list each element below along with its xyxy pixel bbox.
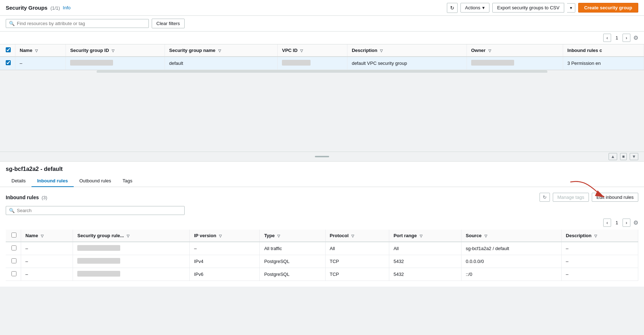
inbound-row-checkbox[interactable] [11, 271, 16, 276]
inbound-cell-name: – [21, 242, 73, 255]
inbound-col-port-range[interactable]: Port range ▽ [389, 230, 461, 242]
inbound-refresh-button[interactable]: ↻ [540, 193, 550, 202]
select-all-header[interactable] [0, 44, 15, 57]
inbound-table-row[interactable]: – – All traffic All All sg-bcf1a2a2 / de… [6, 242, 638, 255]
empty-space [0, 73, 644, 152]
panel-split-button[interactable]: ■ [620, 153, 627, 160]
clear-filters-button[interactable]: Clear filters [152, 19, 185, 28]
desc-sort-icon: ▽ [380, 49, 383, 53]
col-vpc-id[interactable]: VPC ID ▽ [278, 44, 347, 57]
inbound-header: Inbound rules (3) ↻ Manage tags [6, 193, 638, 202]
export-button[interactable]: Export security groups to CSV [492, 3, 564, 13]
inbound-search-input[interactable] [17, 208, 181, 213]
inbound-prev-page[interactable]: ‹ [603, 219, 611, 227]
tab-outbound-rules[interactable]: Outbound rules [74, 175, 117, 187]
inbound-cell-description: – [561, 255, 638, 268]
inbound-table-settings[interactable]: ⚙ [633, 219, 638, 226]
inbound-ipver-sort: ▽ [219, 234, 222, 238]
panel-expand-top-button[interactable]: ▲ [609, 153, 617, 160]
inbound-section: Inbound rules (3) ↻ Manage tags [0, 187, 644, 287]
splitter[interactable]: ▲ ■ ▼ [0, 152, 644, 162]
sub-pagination: ‹ 1 › ⚙ [6, 219, 638, 227]
inbound-type-sort: ▽ [277, 234, 280, 238]
search-icon: 🔍 [9, 21, 15, 26]
top-toolbar: Security Groups (1/1) Info ↻ Actions ▾ E… [0, 0, 644, 16]
row-checkbox[interactable] [6, 60, 11, 65]
export-caret-button[interactable]: ▾ [567, 3, 575, 13]
col-inbound: Inbound rules c [563, 44, 644, 57]
cell-name: – [15, 57, 66, 70]
inbound-col-sg-rule-id[interactable]: Security group rule... ▽ [73, 230, 190, 242]
h-scrollbar[interactable] [0, 70, 644, 73]
col-sg-name[interactable]: Security group name ▽ [165, 44, 277, 57]
inbound-select-all[interactable] [11, 233, 16, 238]
tab-details[interactable]: Details [6, 175, 31, 187]
inbound-cell-protocol: TCP [325, 255, 389, 268]
inbound-search-box: 🔍 [6, 206, 185, 215]
select-all-checkbox[interactable] [6, 47, 11, 52]
col-description[interactable]: Description ▽ [347, 44, 467, 57]
inbound-table-row[interactable]: – IPv6 PostgreSQL TCP 5432 ::/0 – [6, 268, 638, 281]
prev-page-button[interactable]: ‹ [603, 34, 611, 42]
actions-button[interactable]: Actions ▾ [460, 3, 490, 13]
inbound-row-checkbox-cell [6, 268, 21, 281]
create-security-group-button[interactable]: Create security group [578, 3, 638, 13]
inbound-col-type[interactable]: Type ▽ [260, 230, 325, 242]
cell-description: default VPC security group [347, 57, 467, 70]
pagination-area: ‹ 1 › ⚙ [0, 32, 644, 44]
inbound-table-row[interactable]: – IPv4 PostgreSQL TCP 5432 0.0.0.0/0 – [6, 255, 638, 268]
panel-expand-bottom-button[interactable]: ▼ [630, 153, 638, 160]
inbound-actions: ↻ Manage tags Edit inbound rules [540, 193, 638, 202]
vpcid-sort-icon: ▽ [300, 49, 303, 53]
inbound-col-description[interactable]: Description ▽ [561, 230, 638, 242]
inbound-cell-source: ::/0 [461, 268, 561, 281]
col-owner[interactable]: Owner ▽ [467, 44, 563, 57]
inbound-cell-source: sg-bcf1a2a2 / default [461, 242, 561, 255]
tabs: Details Inbound rules Outbound rules Tag… [0, 175, 644, 187]
inbound-row-checkbox-cell [6, 255, 21, 268]
inbound-cell-description: – [561, 268, 638, 281]
inbound-col-ip-version[interactable]: IP version ▽ [190, 230, 260, 242]
inbound-col-name[interactable]: Name ▽ [21, 230, 73, 242]
col-sg-id[interactable]: Security group ID ▽ [66, 44, 165, 57]
inbound-pagination-controls: ‹ 1 › [603, 219, 630, 227]
tab-inbound-rules[interactable]: Inbound rules [31, 175, 74, 187]
splitter-handle [315, 156, 329, 157]
splitter-icons: ▲ ■ ▼ [609, 153, 638, 160]
inbound-cell-ip-version: IPv4 [190, 255, 260, 268]
inbound-page-number: 1 [613, 220, 621, 225]
inbound-search-area: 🔍 [6, 206, 638, 215]
search-box: 🔍 [6, 19, 149, 28]
detail-panel: sg-bcf1a2a2 - default Details Inbound ru… [0, 162, 644, 287]
inbound-table-wrapper: Name ▽ Security group rule... ▽ IP versi… [6, 230, 638, 281]
refresh-button[interactable]: ↻ [447, 3, 458, 13]
col-name[interactable]: Name ▽ [15, 44, 66, 57]
next-page-button[interactable]: › [623, 34, 630, 42]
inbound-row-checkbox[interactable] [11, 245, 16, 250]
inbound-cell-protocol: TCP [325, 268, 389, 281]
name-sort-icon: ▽ [35, 49, 38, 53]
edit-inbound-rules-button[interactable]: Edit inbound rules [592, 193, 638, 202]
search-input[interactable] [17, 21, 146, 26]
inbound-cell-sg-rule-id [73, 242, 190, 255]
main-table-wrapper: Name ▽ Security group ID ▽ Security grou… [0, 44, 644, 70]
inbound-next-page[interactable]: › [623, 219, 630, 227]
inbound-row-checkbox[interactable] [11, 258, 16, 263]
inbound-select-all-header[interactable] [6, 230, 21, 242]
page-number: 1 [613, 35, 621, 40]
inbound-cell-port-range: 5432 [389, 255, 461, 268]
inbound-row-checkbox-cell [6, 242, 21, 255]
table-settings-button[interactable]: ⚙ [633, 34, 638, 41]
inbound-col-protocol[interactable]: Protocol ▽ [325, 230, 389, 242]
info-link[interactable]: Info [63, 5, 71, 10]
cell-inbound-rules: 3 Permission en [563, 57, 644, 70]
table-row[interactable]: – default default VPC security group 3 P… [0, 57, 644, 70]
inbound-cell-source: 0.0.0.0/0 [461, 255, 561, 268]
inbound-cell-type: All traffic [260, 242, 325, 255]
inbound-col-source[interactable]: Source ▽ [461, 230, 561, 242]
detail-header: sg-bcf1a2a2 - default [0, 162, 644, 172]
manage-tags-button[interactable]: Manage tags [553, 193, 589, 202]
tab-tags[interactable]: Tags [117, 175, 138, 187]
toolbar-right: ↻ Actions ▾ Export security groups to CS… [447, 3, 638, 13]
inbound-cell-description: – [561, 242, 638, 255]
